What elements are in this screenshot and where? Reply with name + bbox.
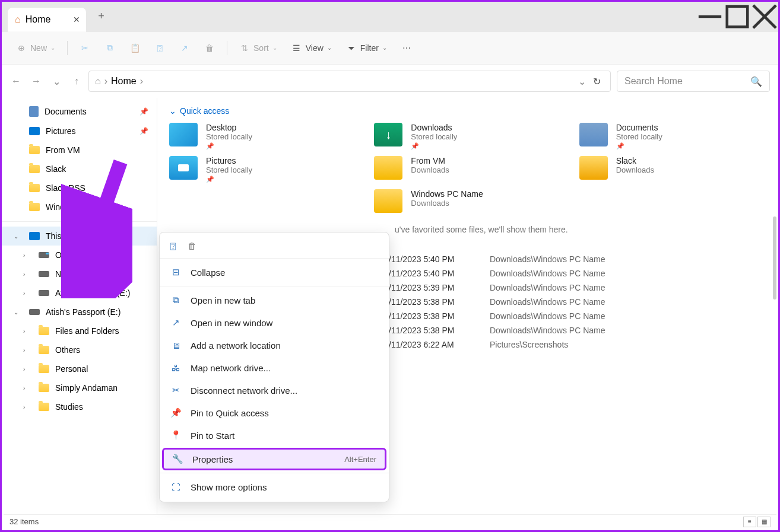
- more-button[interactable]: ⋯: [395, 39, 418, 57]
- cm-collapse[interactable]: ⊟Collapse: [160, 261, 389, 283]
- sidebar-item-ext-passport[interactable]: ⌄Atish's Passport (E:): [2, 302, 157, 321]
- view-button[interactable]: ☰ View ⌄: [286, 39, 338, 57]
- sidebar-item-files-and-folders[interactable]: ›Files and Folders: [2, 321, 157, 340]
- sidebar-item-simply-andaman[interactable]: ›Simply Andaman: [2, 378, 157, 397]
- chevron-right-icon[interactable]: ›: [23, 290, 25, 297]
- chevron-right-icon[interactable]: ›: [23, 366, 25, 372]
- chevron-right-icon[interactable]: ›: [23, 404, 25, 410]
- scrollbar[interactable]: [773, 216, 776, 300]
- network-icon: 🖥: [170, 340, 181, 351]
- paste-icon: 📋: [129, 43, 140, 53]
- trash-icon[interactable]: 🗑: [188, 241, 196, 251]
- delete-button[interactable]: 🗑: [198, 39, 221, 57]
- tab-title: Home: [26, 14, 51, 25]
- disk-icon: [29, 309, 40, 315]
- minimize-button[interactable]: [696, 5, 724, 28]
- qa-item-slack[interactable]: SlackDownloads: [579, 156, 766, 183]
- pc-icon: [29, 232, 40, 240]
- copy-button[interactable]: ⧉: [99, 39, 121, 57]
- chevron-right-icon[interactable]: ›: [23, 328, 25, 335]
- filter-button[interactable]: ⏷ Filter ⌄: [340, 39, 393, 57]
- folder-icon: [39, 365, 49, 373]
- cm-pin-quick-access[interactable]: 📌Pin to Quick access: [160, 402, 389, 424]
- qa-item-pictures[interactable]: PicturesStored locally📌: [169, 156, 356, 183]
- folder-icon: [29, 203, 40, 211]
- chevron-down-icon[interactable]: ⌄: [14, 233, 18, 240]
- more-icon: ⛶: [170, 482, 181, 492]
- sidebar-item-studies[interactable]: ›Studies: [2, 397, 157, 416]
- recent-locations-button[interactable]: ⌄: [50, 76, 62, 87]
- share-icon: ↗: [179, 43, 190, 53]
- search-input[interactable]: Search Home 🔍: [617, 71, 770, 92]
- cm-add-network-location[interactable]: 🖥Add a network location: [160, 334, 389, 356]
- sidebar-item-windows-pc-name[interactable]: Windows PC Name: [2, 197, 157, 216]
- cm-properties[interactable]: 🔧PropertiesAlt+Enter: [162, 448, 386, 470]
- sidebar-item-passport-e[interactable]: ›Atish's Passport (E:): [2, 283, 157, 302]
- cut-button[interactable]: ✂: [74, 39, 96, 57]
- item-count: 32 items: [9, 517, 39, 526]
- chevron-right-icon[interactable]: ›: [23, 252, 25, 259]
- cm-pin-start[interactable]: 📍Pin to Start: [160, 424, 389, 447]
- chevron-right-icon[interactable]: ›: [23, 271, 25, 278]
- scissors-icon: ✂: [80, 43, 90, 53]
- folder-icon: [374, 156, 402, 180]
- collapse-icon: ⊟: [170, 267, 181, 278]
- paste-button[interactable]: 📋: [123, 39, 146, 57]
- forward-button[interactable]: →: [30, 76, 42, 87]
- chevron-down-icon: ⌄: [169, 106, 176, 116]
- sidebar-item-this-pc[interactable]: ⌄This PC: [2, 227, 157, 246]
- close-tab-icon[interactable]: ✕: [73, 15, 80, 24]
- sidebar-item-others[interactable]: ›Others: [2, 340, 157, 359]
- sidebar-item-os-c[interactable]: ›OS (C:): [2, 246, 157, 265]
- cm-disconnect-network-drive[interactable]: ✂Disconnect network drive...: [160, 379, 389, 402]
- details-view-button[interactable]: ≡: [743, 517, 756, 527]
- icons-view-button[interactable]: ▦: [757, 517, 771, 527]
- chevron-down-icon[interactable]: ⌄: [578, 76, 586, 87]
- sidebar-item-from-vm[interactable]: From VM: [2, 141, 157, 160]
- sort-button[interactable]: ⇅ Sort ⌄: [233, 39, 283, 57]
- tab-home[interactable]: ⌂ Home ✕: [8, 8, 86, 31]
- sidebar-item-new-volume-d[interactable]: ›New Volume (D:): [2, 265, 157, 283]
- qa-item-windows-pc-name[interactable]: Windows PC NameDownloads: [374, 189, 561, 213]
- refresh-button[interactable]: ↻: [589, 76, 604, 87]
- new-tab-button[interactable]: +: [98, 10, 104, 23]
- qa-item-desktop[interactable]: DesktopStored locally📌: [169, 123, 356, 150]
- maximize-button[interactable]: [724, 5, 751, 28]
- disk-icon: [39, 252, 49, 258]
- cm-open-new-tab[interactable]: ⧉Open in new tab: [160, 289, 389, 311]
- back-button[interactable]: ←: [10, 76, 22, 87]
- sidebar-item-slack-rss[interactable]: Slack RSS: [2, 179, 157, 197]
- documents-icon: [29, 106, 39, 117]
- breadcrumb[interactable]: ⌂ › Home › ⌄ ↻: [88, 71, 611, 92]
- rename-button[interactable]: ⍰: [148, 39, 171, 57]
- cm-show-more-options[interactable]: ⛶Show more options: [160, 476, 389, 498]
- context-menu: ⍰ 🗑 ⊟Collapse ⧉Open in new tab ↗Open in …: [159, 232, 389, 502]
- chevron-down-icon[interactable]: ⌄: [14, 309, 18, 316]
- sort-icon: ⇅: [239, 43, 250, 53]
- cm-open-new-window[interactable]: ↗Open in new window: [160, 311, 389, 334]
- sidebar-item-personal[interactable]: ›Personal: [2, 359, 157, 378]
- quick-access-header[interactable]: ⌄ Quick access: [169, 106, 766, 116]
- chevron-right-icon[interactable]: ›: [23, 385, 25, 391]
- sidebar: Documents📌 Pictures📌 From VM Slack Slack…: [2, 98, 157, 516]
- sidebar-item-documents[interactable]: Documents📌: [2, 101, 157, 122]
- qa-item-documents[interactable]: DocumentsStored locally📌: [579, 123, 766, 150]
- plus-circle-icon: ⊕: [16, 43, 27, 53]
- share-button[interactable]: ↗: [173, 39, 196, 57]
- chevron-right-icon[interactable]: ›: [23, 347, 25, 353]
- up-button[interactable]: ↑: [71, 76, 83, 87]
- pin-start-icon: 📍: [170, 430, 181, 441]
- sidebar-item-pictures[interactable]: Pictures📌: [2, 122, 157, 141]
- disk-icon: [39, 290, 49, 296]
- titlebar: ⌂ Home ✕ +: [2, 2, 778, 31]
- pin-icon: 📌: [206, 176, 252, 183]
- rename-icon[interactable]: ⍰: [170, 241, 176, 251]
- folder-icon: [29, 165, 40, 173]
- qa-item-downloads[interactable]: DownloadsStored locally📌: [374, 123, 561, 150]
- sidebar-item-slack[interactable]: Slack: [2, 160, 157, 179]
- desktop-icon: [169, 123, 198, 146]
- cm-map-network-drive[interactable]: 🖧Map network drive...: [160, 356, 389, 379]
- close-button[interactable]: [751, 5, 778, 28]
- qa-item-from-vm[interactable]: From VMDownloads: [374, 156, 561, 183]
- new-button[interactable]: ⊕ New ⌄: [10, 39, 61, 57]
